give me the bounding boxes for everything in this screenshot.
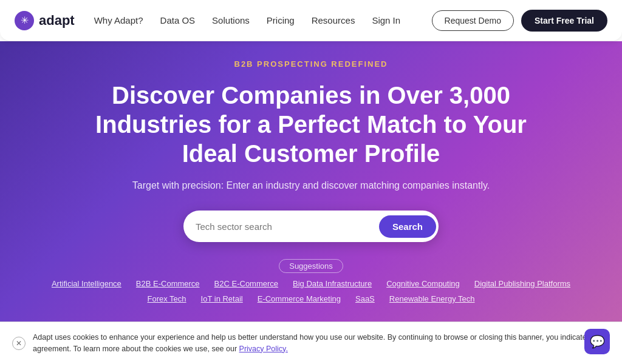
search-input[interactable] (196, 221, 379, 232)
chat-icon: 💬 (590, 334, 605, 349)
logo-text: adapt (39, 13, 75, 29)
hero-subtitle: B2B PROSPECTING REDEFINED (234, 59, 388, 69)
nav-resources[interactable]: Resources (312, 15, 355, 25)
hero-title: Discover Companies in Over 3,000 Industr… (74, 81, 548, 168)
nav-data-os[interactable]: Data OS (160, 15, 196, 25)
chat-button[interactable]: 💬 (584, 329, 610, 354)
suggestion-renewable-energy[interactable]: Renewable Energy Tech (389, 294, 475, 303)
suggestion-artificial-intelligence[interactable]: Artificial Intelligence (52, 279, 121, 288)
search-bar: Search (183, 211, 439, 242)
start-trial-button[interactable]: Start Free Trial (521, 10, 607, 32)
cookie-close-button[interactable]: ✕ (12, 337, 26, 350)
nav-links: Why Adapt? Data OS Solutions Pricing Res… (94, 15, 432, 25)
privacy-policy-link[interactable]: Privacy Policy. (239, 345, 288, 353)
navbar: ✳ adapt Why Adapt? Data OS Solutions Pri… (0, 0, 622, 41)
nav-pricing[interactable]: Pricing (267, 15, 295, 25)
hero-section: B2B PROSPECTING REDEFINED Discover Compa… (0, 41, 622, 322)
suggestion-big-data[interactable]: Big Data Infrastructure (293, 279, 372, 288)
suggestion-digital-publishing[interactable]: Digital Publishing Platforms (474, 279, 570, 288)
nav-sign-in[interactable]: Sign In (372, 15, 400, 25)
suggestions-label: Suggestions (279, 259, 343, 273)
suggestion-ecommerce-marketing[interactable]: E-Commerce Marketing (258, 294, 341, 303)
nav-why-adapt[interactable]: Why Adapt? (94, 15, 143, 25)
search-button[interactable]: Search (379, 215, 436, 238)
suggestions-area: Suggestions Artificial Intelligence B2B … (52, 259, 570, 303)
suggestions-row-1: Artificial Intelligence B2B E-Commerce B… (52, 279, 570, 288)
logo-icon: ✳ (15, 11, 34, 30)
request-demo-button[interactable]: Request Demo (432, 10, 514, 31)
cookie-text: Adapt uses cookies to enhance your exper… (33, 332, 610, 355)
cookie-banner: ✕ Adapt uses cookies to enhance your exp… (0, 322, 622, 364)
suggestions-row-2: Forex Tech IoT in Retail E-Commerce Mark… (148, 294, 475, 303)
suggestion-cognitive-computing[interactable]: Cognitive Computing (386, 279, 460, 288)
suggestion-forex-tech[interactable]: Forex Tech (148, 294, 186, 303)
nav-solutions[interactable]: Solutions (212, 15, 250, 25)
suggestion-b2b-ecommerce[interactable]: B2B E-Commerce (136, 279, 200, 288)
suggestion-b2c-ecommerce[interactable]: B2C E-Commerce (214, 279, 278, 288)
nav-actions: Request Demo Start Free Trial (432, 10, 607, 32)
logo[interactable]: ✳ adapt (15, 11, 75, 30)
hero-description: Target with precision: Enter an industry… (132, 180, 490, 191)
suggestion-iot-retail[interactable]: IoT in Retail (201, 294, 243, 303)
suggestion-saas[interactable]: SaaS (355, 294, 375, 303)
